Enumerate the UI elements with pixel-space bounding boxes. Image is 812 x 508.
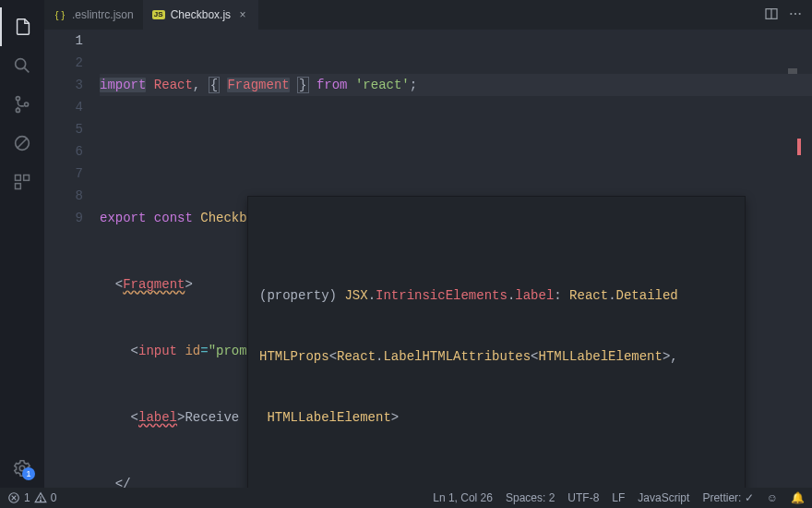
settings-gear-icon[interactable]: 1 <box>0 449 44 488</box>
close-icon[interactable]: × <box>236 8 249 21</box>
feedback-icon[interactable]: ☺ <box>767 491 778 504</box>
overview-error-marker <box>797 139 801 155</box>
svg-point-14 <box>794 12 796 14</box>
code-line <box>100 140 812 163</box>
status-language[interactable]: JavaScript <box>638 491 689 504</box>
editor-actions <box>764 0 812 30</box>
json-file-icon: { } <box>54 8 66 21</box>
status-problems[interactable]: 1 0 <box>7 491 56 504</box>
svg-point-3 <box>16 108 19 112</box>
line-number-gutter: 1 2 3 4 5 6 7 8 9 <box>44 30 100 488</box>
extensions-icon[interactable] <box>0 163 44 201</box>
svg-point-0 <box>16 59 26 69</box>
js-file-icon: JS <box>152 8 165 21</box>
more-actions-icon[interactable] <box>788 6 803 24</box>
status-bar: 1 0 Ln 1, Col 26 Spaces: 2 UTF-8 LF Java… <box>0 488 812 508</box>
tab-label: Checkbox.js <box>171 8 231 21</box>
svg-point-15 <box>799 12 801 14</box>
svg-rect-7 <box>16 175 21 181</box>
tab-eslintrc[interactable]: { } .eslintrc.json <box>44 0 143 30</box>
svg-point-2 <box>16 97 19 101</box>
tab-label: .eslintrc.json <box>72 8 134 21</box>
activity-bar: 1 <box>0 0 44 488</box>
explorer-icon[interactable] <box>0 7 44 46</box>
svg-point-20 <box>40 500 41 501</box>
tab-checkbox-js[interactable]: JS Checkbox.js × <box>143 0 258 30</box>
status-eol[interactable]: LF <box>612 491 625 504</box>
status-cursor-position[interactable]: Ln 1, Col 26 <box>433 491 493 504</box>
svg-line-6 <box>18 139 28 149</box>
editor-hover-tooltip: (property) JSX.IntrinsicElements.label: … <box>247 196 746 508</box>
overview-ruler[interactable] <box>788 67 801 150</box>
overview-selection-marker <box>788 68 797 74</box>
status-prettier[interactable]: Prettier: ✓ <box>702 491 753 504</box>
svg-point-4 <box>25 103 29 106</box>
debug-disabled-icon[interactable] <box>0 124 44 163</box>
tab-bar: { } .eslintrc.json JS Checkbox.js × <box>44 0 812 30</box>
bell-icon[interactable]: 🔔 <box>791 491 805 504</box>
code-editor[interactable]: 1 2 3 4 5 6 7 8 9 import React, { Fragme… <box>44 30 812 488</box>
search-icon[interactable] <box>0 46 44 85</box>
status-indentation[interactable]: Spaces: 2 <box>506 491 555 504</box>
source-control-icon[interactable] <box>0 85 44 124</box>
code-line: import React, { Fragment } from 'react'; <box>100 74 812 96</box>
settings-badge: 1 <box>22 467 35 480</box>
hover-type-info: (property) JSX.IntrinsicElements.label: … <box>248 237 745 476</box>
svg-rect-8 <box>24 175 30 181</box>
split-editor-icon[interactable] <box>764 6 779 24</box>
svg-rect-9 <box>16 184 21 189</box>
svg-line-1 <box>24 67 29 72</box>
code-content[interactable]: import React, { Fragment } from 'react';… <box>100 30 812 488</box>
status-encoding[interactable]: UTF-8 <box>567 491 599 504</box>
svg-point-13 <box>790 12 792 14</box>
